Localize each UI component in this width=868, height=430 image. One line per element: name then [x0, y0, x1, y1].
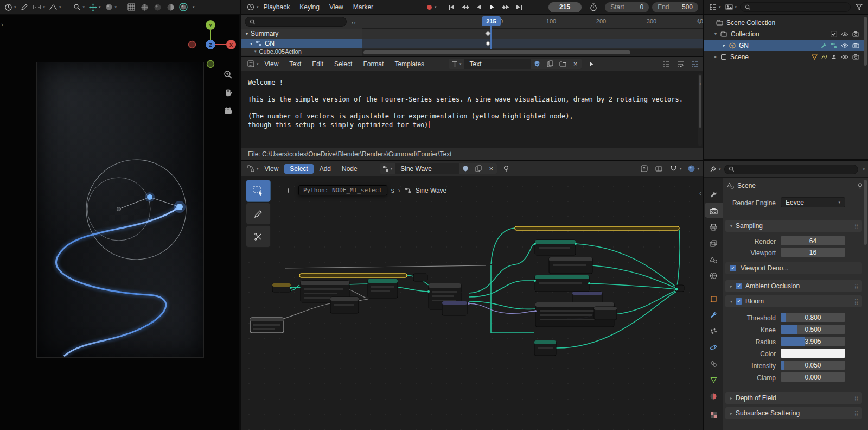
camera-restrict-icon[interactable] — [852, 42, 859, 49]
outliner-row-scene[interactable]: ▸ Scene — [704, 51, 865, 62]
outliner-search-input[interactable] — [740, 2, 851, 12]
frame-end-field[interactable]: End 500 — [652, 2, 698, 12]
tab-texture[interactable] — [705, 408, 722, 422]
panel-depth-of-field[interactable]: ▸ Depth of Field ⣿ — [725, 392, 862, 404]
tool-cut-links[interactable] — [246, 225, 271, 248]
bloom-radius-field[interactable]: 3.905 — [781, 337, 845, 346]
sampling-viewport-field[interactable]: 16 — [781, 248, 845, 257]
pan-hand-button[interactable] — [223, 87, 233, 97]
sampling-render-field[interactable]: 64 — [781, 236, 845, 245]
node-editor-type-button[interactable]: ▾ — [246, 164, 259, 174]
disclosure-icon[interactable]: ▾ — [714, 31, 717, 36]
expand-frames-icon[interactable]: ↔ — [349, 17, 359, 27]
menu-marker[interactable]: Marker — [348, 3, 378, 11]
copy-datablock-icon[interactable] — [472, 163, 485, 174]
outliner-row-gn[interactable]: ▸ GN — [704, 40, 865, 51]
tab-output[interactable] — [705, 220, 722, 234]
snapping-button[interactable]: ▾ — [669, 164, 682, 174]
nodetree-name-field[interactable]: Sine Wave — [395, 163, 459, 174]
word-wrap-icon[interactable] — [675, 59, 685, 69]
tool-annotate[interactable] — [246, 203, 271, 225]
line-numbers-icon[interactable] — [661, 59, 671, 69]
render-engine-dropdown[interactable]: Eevee ▾ — [781, 197, 845, 207]
current-frame-pill[interactable]: 215 — [482, 16, 501, 26]
tab-object[interactable] — [705, 292, 722, 306]
eye-icon[interactable] — [840, 54, 848, 60]
menu-select[interactable]: Select — [329, 60, 357, 68]
new-text-icon[interactable] — [544, 59, 557, 69]
syntax-highlight-icon[interactable] — [690, 59, 699, 69]
modifier-wrench-icon[interactable] — [820, 42, 827, 49]
navigation-gizmo[interactable]: Y Z X — [188, 20, 238, 69]
tab-render[interactable] — [705, 204, 722, 218]
collapse-arrow[interactable]: ‹ — [699, 19, 701, 27]
menu-edit[interactable]: Edit — [307, 60, 328, 68]
viewport-3d[interactable]: › Y — [0, 15, 240, 430]
menu-add[interactable]: Add — [315, 165, 336, 173]
eye-icon[interactable] — [840, 31, 848, 37]
sidebar-expand-arrow[interactable]: › — [1, 21, 3, 28]
shield-icon[interactable] — [531, 59, 544, 69]
properties-search-input[interactable] — [724, 165, 859, 174]
filter-funnel-icon[interactable] — [854, 2, 864, 12]
shading-material-icon[interactable] — [165, 2, 175, 12]
stopwatch-icon[interactable] — [589, 2, 599, 12]
grip-icon[interactable]: ⣿ — [854, 395, 858, 401]
exclude-checkbox[interactable] — [830, 30, 837, 37]
node-graph[interactable] — [241, 161, 704, 430]
channel-search-input[interactable] — [245, 17, 347, 27]
tab-constraints[interactable] — [705, 357, 722, 371]
next-keyframe-button[interactable] — [500, 2, 512, 12]
panel-subsurface-scattering[interactable]: ▸ Subsurface Scattering ⣿ — [725, 407, 862, 419]
current-frame-field[interactable]: 215 — [548, 2, 582, 12]
play-reverse-button[interactable] — [473, 2, 485, 12]
tab-particles[interactable] — [705, 324, 722, 338]
unlink-icon[interactable]: × — [570, 59, 582, 69]
collapse-arrow[interactable]: ‹ — [699, 80, 701, 87]
channel-summary[interactable]: ▾ Summary — [241, 29, 362, 39]
pin-icon[interactable] — [501, 164, 511, 174]
open-folder-icon[interactable] — [557, 59, 570, 69]
auto-offset-icon[interactable] — [654, 164, 664, 174]
menu-playback[interactable]: Playback — [259, 3, 295, 11]
denoise-checkbox[interactable]: ✓ — [730, 265, 736, 271]
menu-templates[interactable]: Templates — [390, 60, 429, 68]
display-mode-button[interactable]: ▾ — [724, 2, 737, 12]
outliner-editor-type-button[interactable]: ▾ — [708, 2, 721, 12]
grid-overlay-icon[interactable] — [126, 2, 136, 12]
text-name-field[interactable]: Text — [464, 59, 531, 69]
panel-bloom[interactable]: ▾ ✓ Bloom ⣿ — [725, 295, 862, 307]
bloom-color-swatch[interactable] — [781, 349, 845, 358]
bloom-clamp-field[interactable]: 0.000 — [781, 372, 845, 382]
ao-checkbox[interactable]: ✓ — [736, 283, 742, 289]
menu-select[interactable]: Select — [284, 164, 313, 174]
tab-physics[interactable] — [705, 340, 722, 355]
bloom-knee-field[interactable]: 0.500 — [781, 325, 845, 334]
tab-view-layer[interactable] — [705, 236, 722, 250]
go-to-parent-icon[interactable] — [640, 164, 649, 174]
tool-box-select[interactable] — [246, 180, 271, 202]
tab-object-data[interactable] — [705, 373, 722, 387]
properties-editor-type-button[interactable]: ▾ — [708, 165, 721, 174]
timeline-ruler[interactable]: 0 100 200 300 400 500 — [362, 15, 704, 29]
grip-icon[interactable]: ⣿ — [854, 223, 858, 229]
timeline-scrollbar[interactable] — [362, 49, 704, 56]
panel-sampling[interactable]: ▾ Sampling ⣿ — [725, 220, 862, 232]
jump-to-start-button[interactable] — [445, 2, 458, 12]
tab-material[interactable] — [705, 389, 722, 403]
zoom-tool-button[interactable]: ▾ — [72, 2, 85, 12]
disclosure-icon[interactable]: ▸ — [714, 54, 717, 59]
menu-keying[interactable]: Keying — [295, 3, 324, 11]
proportional-editing-button[interactable]: ▾ — [33, 2, 46, 12]
eye-icon[interactable] — [840, 42, 848, 49]
menu-view[interactable]: View — [260, 60, 284, 68]
camera-view-button[interactable] — [223, 105, 233, 115]
menu-view[interactable]: View — [324, 3, 348, 11]
auto-keying-button[interactable]: ▾ — [427, 5, 437, 10]
tab-scene[interactable] — [705, 252, 722, 267]
camera-restrict-icon[interactable] — [852, 31, 859, 37]
panel-ambient-occlusion[interactable]: ▸ ✓ Ambient Occlusion ⣿ — [725, 280, 862, 292]
text-datablock-browse[interactable]: ▾ — [449, 59, 464, 69]
nodetree-browse[interactable]: ▾ — [380, 163, 395, 174]
tab-tool[interactable] — [705, 187, 722, 201]
